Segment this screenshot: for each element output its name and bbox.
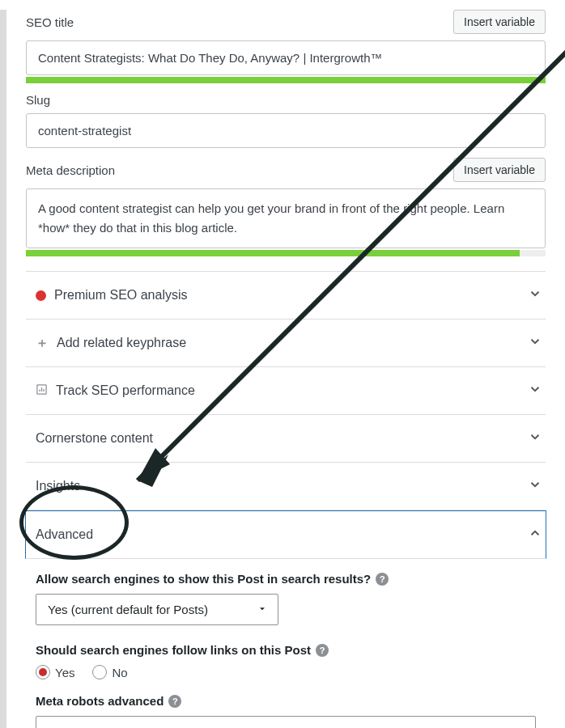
chevron-down-icon bbox=[528, 334, 542, 352]
panel-add-related-keyphrase-label: Add related keyphrase bbox=[57, 336, 186, 350]
chevron-down-icon bbox=[528, 430, 542, 447]
meta-robots-advanced-select[interactable] bbox=[36, 716, 536, 728]
plus-icon: ＋ bbox=[36, 335, 49, 352]
meta-description-progress bbox=[26, 250, 546, 256]
panel-track-seo-performance[interactable]: Track SEO performance bbox=[26, 367, 546, 415]
follow-links-yes-radio[interactable]: Yes bbox=[36, 665, 74, 679]
follow-links-label: Should search engines follow links on th… bbox=[36, 643, 311, 657]
chevron-down-icon bbox=[528, 382, 542, 400]
panel-cornerstone-content[interactable]: Cornerstone content bbox=[26, 415, 546, 463]
chevron-up-icon bbox=[528, 526, 542, 544]
panel-insights[interactable]: Insights bbox=[26, 463, 546, 510]
chevron-down-icon bbox=[528, 477, 542, 495]
meta-description-input[interactable]: A good content strategist can help you g… bbox=[26, 188, 546, 248]
status-dot-icon bbox=[36, 290, 46, 301]
seo-title-input[interactable]: Content Strategists: What Do They Do, An… bbox=[26, 40, 546, 75]
follow-links-yes-label: Yes bbox=[55, 666, 74, 679]
allow-search-engines-selected: Yes (current default for Posts) bbox=[48, 603, 208, 616]
allow-search-engines-select[interactable]: Yes (current default for Posts) bbox=[36, 594, 278, 625]
panel-premium-seo-label: Premium SEO analysis bbox=[54, 288, 188, 303]
caret-down-icon bbox=[257, 603, 268, 616]
chart-icon bbox=[36, 383, 48, 399]
meta-description-label: Meta description bbox=[26, 163, 115, 177]
follow-links-no-label: No bbox=[112, 666, 127, 679]
panel-track-seo-performance-label: Track SEO performance bbox=[56, 383, 195, 398]
insert-variable-seo-title-button[interactable]: Insert variable bbox=[453, 10, 546, 34]
panel-add-related-keyphrase[interactable]: ＋ Add related keyphrase bbox=[26, 320, 546, 367]
insert-variable-meta-desc-button[interactable]: Insert variable bbox=[453, 158, 546, 182]
meta-robots-advanced-label: Meta robots advanced bbox=[36, 694, 164, 708]
chevron-down-icon bbox=[528, 286, 542, 304]
panel-insights-label: Insights bbox=[36, 479, 80, 493]
panel-advanced[interactable]: Advanced bbox=[25, 510, 546, 559]
seo-title-progress bbox=[26, 77, 546, 83]
panel-advanced-label: Advanced bbox=[36, 527, 93, 542]
allow-search-engines-label: Allow search engines to show this Post i… bbox=[36, 572, 371, 586]
seo-title-label: SEO title bbox=[26, 15, 74, 29]
radio-icon bbox=[36, 665, 50, 679]
radio-icon bbox=[92, 665, 107, 679]
help-icon[interactable]: ? bbox=[168, 695, 181, 708]
help-icon[interactable]: ? bbox=[316, 644, 329, 657]
slug-label: Slug bbox=[26, 93, 50, 107]
help-icon[interactable]: ? bbox=[376, 573, 389, 586]
slug-input[interactable]: content-strategist bbox=[26, 113, 546, 148]
panel-premium-seo[interactable]: Premium SEO analysis bbox=[26, 272, 546, 320]
panel-cornerstone-content-label: Cornerstone content bbox=[36, 431, 153, 446]
caret-down-icon bbox=[512, 726, 525, 729]
follow-links-no-radio[interactable]: No bbox=[92, 665, 127, 679]
